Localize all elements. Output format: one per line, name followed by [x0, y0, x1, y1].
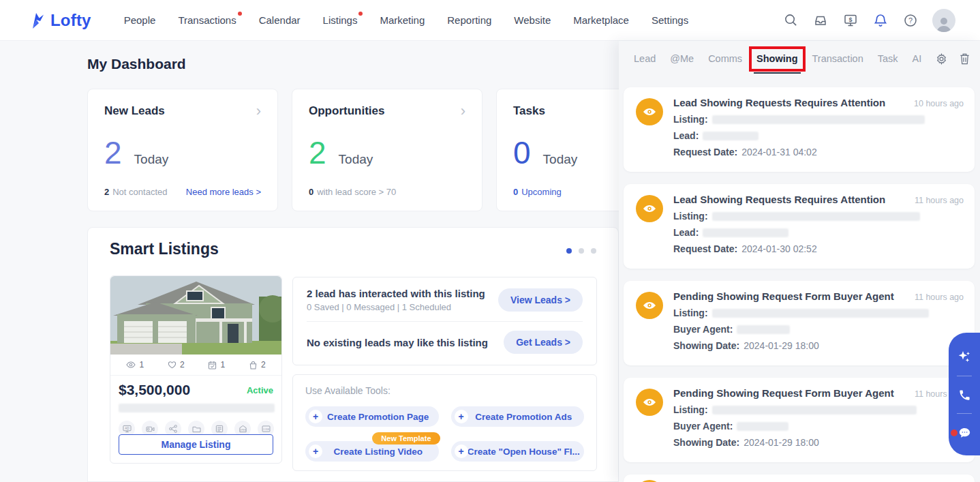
smart-listings-panel: Smart Listings — [87, 227, 619, 482]
showing-date-value: 2024-01-29 18:00 — [744, 437, 819, 448]
interacted-leads-breakdown: 0 Saved | 0 Messaged | 1 Scheduled — [307, 302, 485, 312]
views-stat: 1 — [126, 360, 144, 370]
phone-icon[interactable] — [958, 389, 971, 402]
notification-title: Lead Showing Requests Requires Attention — [673, 194, 964, 205]
lofty-logo[interactable]: Lofty — [27, 11, 91, 30]
carousel-dot[interactable] — [579, 248, 584, 254]
showing-eye-icon — [636, 389, 663, 416]
heart-icon — [168, 361, 177, 369]
showing-eye-icon — [636, 98, 663, 125]
nav-item-transactions[interactable]: Transactions — [178, 14, 236, 26]
lead-score-label: with lead score > 70 — [317, 187, 396, 197]
nav-item-reporting[interactable]: Reporting — [447, 14, 491, 26]
lofty-logo-icon — [27, 11, 46, 30]
tools-label: Use Available Tools: — [305, 385, 584, 396]
nav-item-listings[interactable]: Listings — [323, 14, 358, 26]
notifications-bell-icon[interactable] — [872, 12, 889, 29]
upcoming-count: 0 — [513, 187, 518, 197]
help-icon[interactable]: ? — [902, 12, 919, 29]
logo-text: Lofty — [50, 11, 91, 30]
view-leads-button[interactable]: View Leads > — [498, 288, 583, 312]
redacted-buyer-agent-value — [737, 422, 788, 431]
carousel-dot-active[interactable] — [566, 248, 572, 254]
user-avatar[interactable] — [932, 9, 955, 32]
tab-task[interactable]: Task — [878, 41, 898, 76]
clear-notifications-trash-icon[interactable] — [959, 52, 970, 65]
unread-red-dot — [951, 430, 958, 436]
scheduled-stat: 1 — [208, 360, 225, 370]
tab-comms[interactable]: Comms — [708, 41, 742, 76]
create-promotion-page-button[interactable]: + Create Promotion Page — [305, 406, 439, 427]
active-tab-underline — [754, 72, 800, 74]
smart-listings-title: Smart Listings — [110, 240, 219, 258]
manage-listing-button[interactable]: Manage Listing — [119, 434, 273, 455]
new-leads-title: New Leads — [104, 104, 165, 118]
tab-ai[interactable]: AI — [913, 41, 922, 76]
listing-address-redacted — [119, 404, 275, 412]
plus-icon: + — [455, 410, 468, 423]
favorites-stat: 2 — [168, 360, 185, 370]
need-more-leads-link[interactable]: Need more leads > — [186, 187, 261, 197]
notification-card[interactable]: 11 hours ago Pending Showing Request For… — [624, 378, 975, 462]
listing-photo[interactable] — [110, 276, 281, 355]
lofty-app: Lofty People Transactions Calendar Listi… — [0, 0, 980, 482]
tasks-today-label: Today — [543, 152, 578, 167]
search-icon[interactable] — [782, 12, 799, 29]
create-listing-video-button[interactable]: New Template + Create Listing Video — [305, 441, 439, 462]
inbox-icon[interactable] — [812, 12, 829, 29]
tab-lead[interactable]: Lead — [634, 41, 656, 76]
available-tools-card: Use Available Tools: + Create Promotion … — [292, 374, 597, 471]
showing-date-value: 2024-01-29 18:00 — [744, 340, 819, 351]
billing-monitor-icon[interactable]: $ — [842, 12, 859, 29]
plus-icon: + — [309, 445, 322, 458]
chat-bubble-icon[interactable] — [958, 426, 972, 440]
nav-icon-group: $ ? — [782, 9, 955, 32]
not-contacted-count: 2 — [104, 187, 109, 197]
notifications-panel: Lead @Me Comms Showing Transaction Task … — [619, 41, 980, 482]
notification-tabs: Lead @Me Comms Showing Transaction Task … — [619, 41, 980, 76]
get-leads-button[interactable]: Get Leads > — [504, 331, 583, 354]
nav-item-website[interactable]: Website — [514, 14, 551, 26]
listing-price: $3,500,000 — [119, 382, 190, 398]
redacted-listing-value — [712, 309, 929, 318]
listing-stats-row: 1 2 1 2 — [110, 355, 281, 376]
notification-settings-gear-icon[interactable] — [936, 53, 947, 65]
nav-item-marketing[interactable]: Marketing — [380, 14, 425, 26]
plus-icon: + — [309, 410, 322, 423]
listing-card: 1 2 1 2 $3,500,000 Active — [110, 275, 282, 464]
upcoming-label[interactable]: Upcoming — [521, 187, 562, 197]
svg-text:OPEN: OPEN — [240, 429, 246, 432]
notification-card[interactable]: 10 hours ago Lead Showing Requests Requi… — [624, 87, 975, 172]
nav-item-marketplace[interactable]: Marketplace — [573, 14, 629, 26]
new-leads-card: New Leads › 2 Today 2 Not contacted Need… — [87, 89, 278, 211]
request-date-value: 2024-01-30 02:52 — [741, 243, 817, 254]
nav-item-calendar[interactable]: Calendar — [259, 14, 301, 26]
notification-card[interactable]: 11 hours ago Lead Showing Requests Requi… — [624, 184, 975, 269]
tab-at-me[interactable]: @Me — [670, 41, 694, 76]
calendar-check-icon — [208, 361, 217, 370]
notification-card[interactable] — [624, 475, 975, 482]
chevron-right-icon[interactable]: › — [461, 106, 465, 116]
new-leads-today-label: Today — [134, 152, 169, 167]
page-title: My Dashboard — [87, 56, 186, 72]
create-promotion-ads-button[interactable]: + Create Promotion Ads — [451, 406, 585, 427]
create-open-house-flyer-button[interactable]: + Create "Open House" Fl... — [451, 441, 585, 462]
carousel-dot[interactable] — [591, 248, 596, 254]
ai-sparkles-icon[interactable] — [957, 349, 972, 364]
notification-title: Pending Showing Request Form Buyer Agent — [673, 290, 964, 302]
tab-showing[interactable]: Showing — [756, 41, 797, 76]
chevron-right-icon[interactable]: › — [256, 106, 261, 116]
nav-item-people[interactable]: People — [124, 14, 156, 26]
redacted-listing-value — [712, 406, 917, 415]
nav-item-settings[interactable]: Settings — [652, 14, 688, 26]
plus-icon: + — [455, 445, 468, 458]
bag-icon — [249, 361, 258, 370]
tab-transaction[interactable]: Transaction — [812, 41, 863, 76]
redacted-listing-value — [712, 115, 925, 124]
notification-card[interactable]: 11 hours ago Pending Showing Request For… — [624, 281, 975, 365]
svg-text:$: $ — [848, 16, 852, 22]
showing-eye-icon — [636, 195, 663, 222]
eye-icon — [126, 361, 136, 369]
svg-text:CODE: CODE — [262, 428, 269, 431]
opportunities-title: Opportunities — [309, 104, 384, 118]
